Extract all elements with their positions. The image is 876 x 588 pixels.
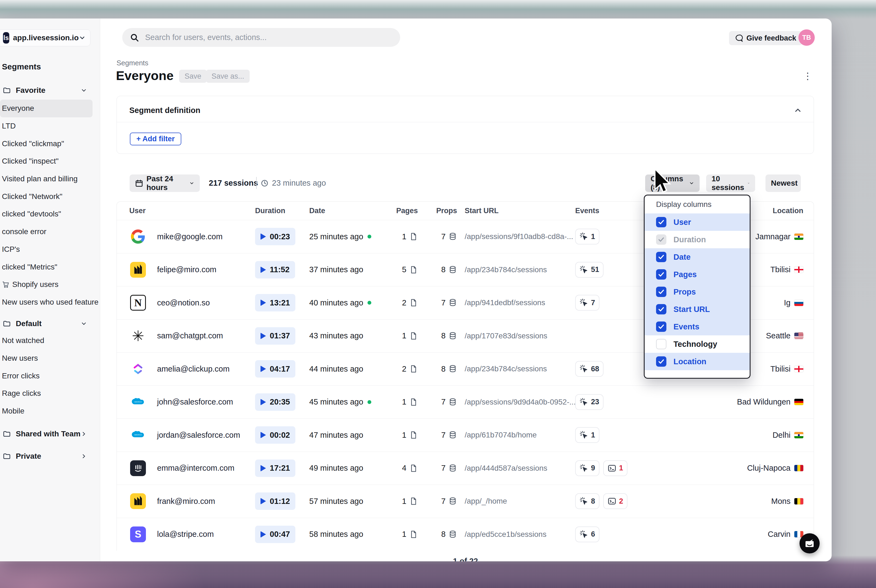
table-row[interactable]: salesforcejordan@salesforce.com00:0247 m… — [117, 418, 814, 452]
table-row[interactable]: salesforcejohn@salesforce.com20:3545 min… — [117, 386, 814, 418]
play-session-button[interactable]: 11:52 — [255, 261, 295, 279]
date-range-button[interactable]: Past 24 hours — [130, 174, 200, 192]
collapse-chevron-icon[interactable] — [794, 106, 802, 115]
column-toggle-technology[interactable]: Technology — [645, 335, 750, 353]
sidebar-item-clicked-devtools-[interactable]: clicked "devtools" — [0, 205, 93, 223]
column-toggle-location[interactable]: Location — [645, 353, 750, 370]
add-filter-button[interactable]: + Add filter — [130, 133, 181, 146]
console-errors-badge[interactable]: 2 — [603, 493, 627, 509]
folder-icon — [3, 430, 11, 438]
sort-button[interactable]: Newest — [765, 174, 801, 192]
chat-launcher-button[interactable] — [800, 533, 820, 554]
sidebar-item-everyone[interactable]: Everyone — [0, 100, 93, 117]
sidebar-item-clicked-clickmap-[interactable]: Clicked "clickmap" — [0, 135, 93, 153]
column-header-duration[interactable]: Duration — [255, 202, 285, 220]
display-columns-title: Display columns — [645, 195, 750, 213]
column-toggle-pages[interactable]: Pages — [645, 266, 750, 283]
sidebar-item-new-users[interactable]: New users — [0, 350, 93, 367]
workspace-switcher[interactable]: ls app.livesession.io — [0, 29, 90, 46]
checked-checkbox-icon[interactable] — [656, 252, 666, 262]
location-value: Carvin — [768, 530, 790, 539]
play-session-button[interactable]: 00:47 — [255, 526, 296, 543]
play-session-button[interactable]: 13:21 — [255, 294, 296, 311]
search-input[interactable] — [144, 33, 362, 42]
columns-button[interactable]: Columns (8) — [645, 174, 700, 192]
play-session-button[interactable]: 00:02 — [255, 426, 296, 444]
save-as-button[interactable]: Save as... — [206, 70, 250, 83]
sidebar-item-not-watched[interactable]: Not watched — [0, 332, 93, 350]
play-session-button[interactable]: 00:23 — [255, 228, 296, 245]
column-toggle-events[interactable]: Events — [645, 318, 750, 335]
column-toggle-date[interactable]: Date — [645, 248, 750, 266]
events-badge[interactable]: 8 — [575, 493, 599, 509]
breadcrumb[interactable]: Segments — [117, 59, 148, 67]
sidebar-item-visited-plan-and-billing[interactable]: Visited plan and billing — [0, 170, 93, 188]
events-badge[interactable]: 51 — [575, 262, 603, 278]
column-header-user[interactable]: User — [129, 202, 146, 220]
events-badge[interactable]: 1 — [575, 229, 599, 244]
play-session-button[interactable]: 04:17 — [255, 360, 296, 378]
sidebar-item-rage-clicks[interactable]: Rage clicks — [0, 385, 93, 402]
sidebar-item-clicked-network-[interactable]: Clicked "Network" — [0, 188, 93, 205]
play-icon — [261, 333, 266, 339]
sidebar-item-shopify-users[interactable]: Shopify users — [0, 276, 93, 294]
column-header-location[interactable]: Location — [773, 202, 804, 220]
duration-value: 11:52 — [270, 265, 290, 274]
pagination[interactable]: 1 of 22 — [428, 557, 504, 561]
play-session-button[interactable]: 17:21 — [255, 459, 296, 477]
play-icon — [261, 267, 266, 273]
column-header-start-url[interactable]: Start URL — [465, 202, 574, 220]
column-header-events[interactable]: Events — [575, 202, 599, 220]
save-button[interactable]: Save — [179, 70, 207, 83]
table-row[interactable]: frank@miro.com01:1257 minutes ago17/app/… — [117, 484, 814, 518]
checked-checkbox-icon[interactable] — [656, 304, 666, 314]
search-bar[interactable] — [122, 28, 400, 47]
events-badge[interactable]: 68 — [575, 361, 603, 377]
checked-checkbox-icon[interactable] — [656, 321, 666, 332]
column-header-pages[interactable]: Pages — [380, 202, 418, 220]
unchecked-checkbox-icon[interactable] — [656, 339, 666, 349]
sidebar-item-ltd[interactable]: LTD — [0, 117, 93, 135]
sidebar-item-icp-s[interactable]: ICP's — [0, 241, 93, 258]
start-url-value: /app/941dedbf/sessions — [465, 298, 545, 307]
events-badge[interactable]: 7 — [575, 295, 599, 310]
sidebar-group-default[interactable]: Default — [0, 317, 91, 330]
checked-checkbox-icon[interactable] — [656, 217, 666, 227]
events-badge[interactable]: 9 — [575, 460, 599, 476]
sidebar-item-error-clicks[interactable]: Error clicks — [0, 367, 93, 385]
sidebar-item-clicked-inspect-[interactable]: Clicked "inspect" — [0, 153, 93, 170]
column-header-date[interactable]: Date — [309, 202, 325, 220]
sidebar-item-clicked-metrics-[interactable]: clicked "Metrics" — [0, 258, 93, 276]
page-size-button[interactable]: 10 sessions — [706, 174, 755, 192]
sidebar-item-mobile[interactable]: Mobile — [0, 402, 93, 420]
clock-icon — [261, 179, 268, 187]
play-session-button[interactable]: 20:35 — [255, 393, 296, 411]
sidebar-item-console-error[interactable]: console error — [0, 223, 93, 241]
pages-cell: 1 — [380, 220, 418, 253]
notion-logo: N — [129, 294, 147, 311]
sidebar-item-new-users-who-used-feature[interactable]: New users who used feature — [0, 294, 93, 311]
sidebar-group-private[interactable]: Private — [0, 450, 91, 463]
table-row[interactable]: Slola@stripe.com00:4758 minutes ago18/ap… — [117, 518, 814, 551]
user-email: felipe@miro.com — [157, 265, 216, 274]
events-badge[interactable]: 1 — [575, 427, 599, 443]
column-header-props[interactable]: Props — [424, 202, 457, 220]
more-options-icon[interactable]: ⋮ — [803, 70, 812, 82]
column-toggle-user[interactable]: User — [645, 213, 750, 231]
checked-checkbox-icon[interactable] — [656, 356, 666, 367]
play-session-button[interactable]: 01:37 — [255, 327, 296, 345]
give-feedback-button[interactable]: Give feedback — [729, 31, 802, 45]
checked-checkbox-icon[interactable] — [656, 269, 666, 280]
checked-checkbox-icon[interactable] — [656, 286, 666, 297]
sidebar-group-favorite[interactable]: Favorite — [0, 84, 91, 97]
events-badge[interactable]: 23 — [575, 394, 603, 410]
sidebar-item-label: Mobile — [2, 407, 24, 416]
table-row[interactable]: emma@intercom.com17:2149 minutes ago47/a… — [117, 452, 814, 485]
console-errors-badge[interactable]: 1 — [603, 460, 627, 476]
play-session-button[interactable]: 01:12 — [255, 492, 296, 510]
events-badge[interactable]: 6 — [575, 526, 599, 542]
column-toggle-start-url[interactable]: Start URL — [645, 300, 750, 318]
user-avatar[interactable]: TB — [798, 29, 815, 46]
column-toggle-props[interactable]: Props — [645, 283, 750, 300]
sidebar-group-shared[interactable]: Shared with Team — [0, 427, 91, 441]
